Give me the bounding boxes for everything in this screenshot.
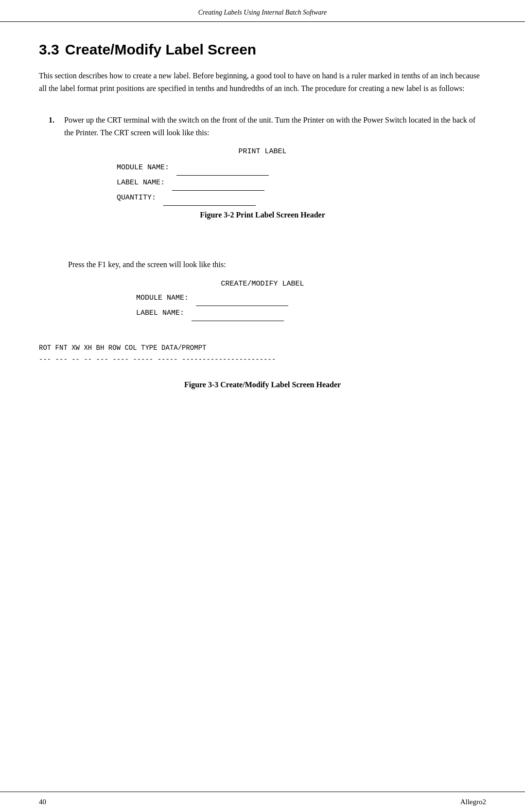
- section-number: 3.3: [39, 41, 59, 57]
- step-1: 1. Power up the CRT terminal with the sw…: [39, 114, 486, 139]
- quantity-label: QUANTITY:: [117, 194, 156, 202]
- press-f1-text: Press the F1 key, and the screen will lo…: [68, 258, 486, 271]
- section-heading: 3.3Create/Modify Label Screen: [39, 41, 486, 58]
- module-name-field2: [196, 291, 288, 306]
- print-label-text: PRINT LABEL: [238, 147, 286, 156]
- figure-3-3-caption: Figure 3-3 Create/Modify Label Screen He…: [39, 380, 486, 389]
- step-1-text: Power up the CRT terminal with the switc…: [64, 114, 486, 139]
- create-modify-text: CREATE/MODIFY LABEL: [221, 280, 304, 288]
- intro-paragraph: This section describes how to create a n…: [39, 70, 486, 94]
- main-content: 3.3Create/Modify Label Screen This secti…: [0, 22, 525, 792]
- figure-3-2-caption: Figure 3-2 Print Label Screen Header: [39, 211, 486, 219]
- quantity-field: [163, 191, 256, 206]
- module-name-row2: MODULE NAME:: [136, 291, 486, 306]
- label-name-row: LABEL NAME:: [117, 176, 486, 191]
- header-title: Creating Labels Using Internal Batch Sof…: [198, 9, 327, 16]
- label-name-label: LABEL NAME:: [117, 179, 165, 187]
- label-name-label2: LABEL NAME:: [136, 309, 184, 317]
- module-name-label2: MODULE NAME:: [136, 294, 189, 302]
- module-block2: MODULE NAME: LABEL NAME:: [136, 291, 486, 321]
- col-headers-row: ROT FNT XW XH BH ROW COL TYPE DATA/PROMP…: [39, 343, 486, 366]
- col-headers: ROT FNT XW XH BH ROW COL TYPE DATA/PROMP…: [39, 343, 486, 354]
- page: Creating Labels Using Internal Batch Sof…: [0, 0, 525, 812]
- page-footer: 40 Allegro2: [0, 792, 525, 812]
- label-name-field: [172, 176, 264, 191]
- col-dashes: --- --- -- -- --- ---- ----- ----- -----…: [39, 354, 486, 366]
- footer-product: Allegro2: [460, 798, 486, 806]
- label-name-field2: [192, 306, 284, 321]
- section-title: Create/Modify Label Screen: [65, 41, 256, 57]
- module-block: MODULE NAME: LABEL NAME: QUANTITY:: [117, 161, 486, 206]
- module-name-label: MODULE NAME:: [117, 163, 169, 172]
- create-modify-title: CREATE/MODIFY LABEL: [39, 280, 486, 288]
- print-label-title: PRINT LABEL: [39, 147, 486, 156]
- quantity-row: QUANTITY:: [117, 191, 486, 206]
- footer-page-number: 40: [39, 798, 46, 806]
- step-1-number: 1.: [49, 114, 64, 139]
- module-name-row: MODULE NAME:: [117, 161, 486, 176]
- module-name-field: [176, 161, 269, 176]
- label-name-row2: LABEL NAME:: [136, 306, 486, 321]
- page-header: Creating Labels Using Internal Batch Sof…: [0, 0, 525, 22]
